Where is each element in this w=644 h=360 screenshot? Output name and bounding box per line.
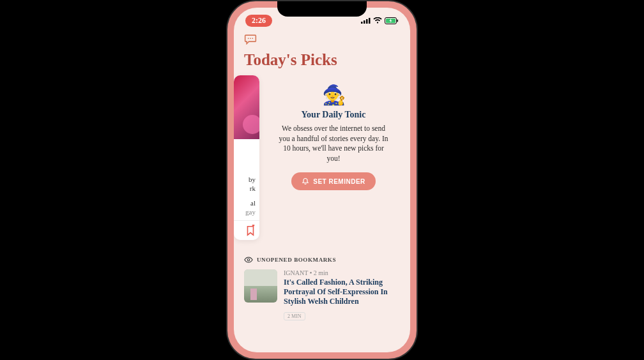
wifi-icon bbox=[373, 17, 382, 24]
svg-rect-0 bbox=[361, 22, 363, 24]
wizard-icon: 🧙 bbox=[272, 86, 395, 105]
tonic-title: Your Daily Tonic bbox=[272, 110, 395, 120]
section-header: UNOPENED BOOKMARKS bbox=[234, 240, 410, 269]
eye-icon bbox=[244, 255, 253, 264]
svg-point-9 bbox=[252, 38, 254, 39]
story-card-body: by rk al gay bbox=[234, 139, 259, 220]
status-icons bbox=[361, 17, 399, 24]
phone-frame: 2:26 Today's Picks by rk bbox=[227, 1, 417, 359]
header-icons bbox=[234, 31, 410, 49]
bookmark-thumbnail bbox=[244, 269, 277, 303]
phone-screen: 2:26 Today's Picks by rk bbox=[234, 8, 410, 352]
reminder-button-label: SET REMINDER bbox=[313, 178, 365, 185]
bell-icon bbox=[302, 177, 309, 185]
svg-point-8 bbox=[250, 38, 251, 39]
svg-rect-3 bbox=[369, 18, 371, 24]
svg-rect-2 bbox=[366, 19, 368, 24]
tonic-card: 🧙 Your Daily Tonic We obsess over the in… bbox=[267, 75, 400, 240]
story-text-line: rk bbox=[238, 184, 256, 193]
set-reminder-button[interactable]: SET REMINDER bbox=[291, 172, 376, 190]
svg-point-7 bbox=[248, 38, 249, 39]
svg-rect-6 bbox=[397, 19, 399, 22]
bookmark-meta: IGNANT • 2 min bbox=[284, 269, 400, 276]
cards-row: by rk al gay 🧙 Your Daily Tonic bbox=[234, 75, 410, 240]
story-text-line: gay bbox=[238, 207, 256, 216]
svg-rect-1 bbox=[364, 20, 365, 24]
page-title: Today's Picks bbox=[234, 49, 410, 75]
battery-icon bbox=[385, 17, 399, 24]
chat-icon[interactable] bbox=[244, 33, 257, 45]
bookmark-duration-pill: 2 MIN bbox=[284, 312, 305, 320]
section-label: UNOPENED BOOKMARKS bbox=[257, 257, 336, 263]
bookmark-add-icon[interactable] bbox=[245, 225, 256, 236]
bookmark-title: It's Called Fashion, A Striking Portraya… bbox=[284, 278, 400, 306]
svg-point-12 bbox=[247, 259, 250, 261]
story-card-image bbox=[234, 75, 259, 139]
cellular-icon bbox=[361, 17, 371, 24]
status-time: 2:26 bbox=[245, 15, 272, 27]
story-text-line: al bbox=[238, 199, 256, 207]
story-card-footer bbox=[234, 220, 259, 240]
tonic-body: We obsess over the internet to send you … bbox=[272, 124, 395, 163]
phone-notch bbox=[277, 1, 367, 17]
story-card[interactable]: by rk al gay bbox=[234, 75, 259, 240]
story-text-line: by bbox=[238, 175, 256, 184]
bookmark-content: IGNANT • 2 min It's Called Fashion, A St… bbox=[284, 269, 400, 320]
bookmark-item[interactable]: IGNANT • 2 min It's Called Fashion, A St… bbox=[234, 269, 410, 320]
